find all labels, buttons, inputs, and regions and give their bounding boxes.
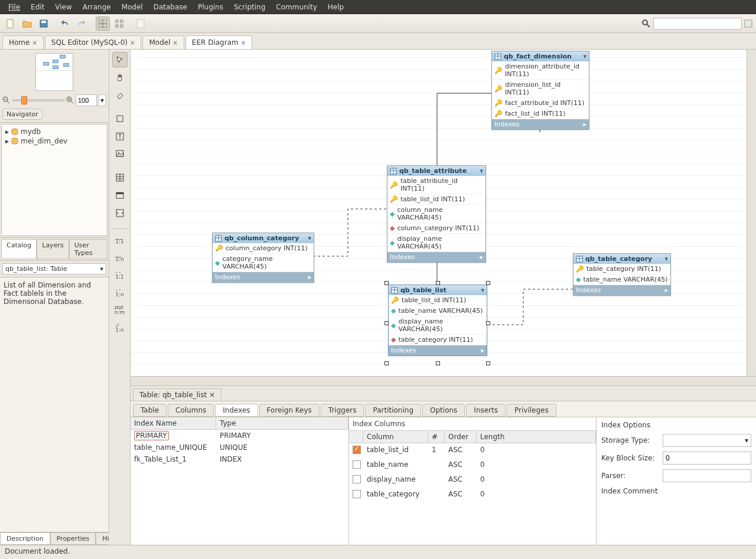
catalog-tree[interactable]: ▸mydb ▸mei_dim_dev xyxy=(1,124,107,236)
menu-view[interactable]: View xyxy=(50,2,76,12)
menu-scripting[interactable]: Scripting xyxy=(229,2,270,12)
sub-tab-triggers[interactable]: Triggers xyxy=(321,404,364,417)
col-header-length[interactable]: Length xyxy=(477,431,596,443)
open-file-icon[interactable] xyxy=(20,17,34,31)
index-row-primary[interactable]: PRIMARY PRIMARY xyxy=(131,430,348,442)
image-tool-icon[interactable] xyxy=(112,146,128,162)
erd-table-qb-fact-dimension[interactable]: qb_fact_dimension▾ 🔑dimension_attribute_… xyxy=(491,51,589,130)
sub-tab-privileges[interactable]: Privileges xyxy=(507,404,556,417)
view-tool-icon[interactable] xyxy=(112,188,128,203)
menu-community[interactable]: Community xyxy=(271,2,321,12)
storage-type-select[interactable]: ▾ xyxy=(663,434,751,447)
menu-database[interactable]: Database xyxy=(149,2,192,12)
search-options-icon[interactable] xyxy=(744,19,752,28)
zoom-dropdown-icon[interactable]: ▾ xyxy=(98,94,106,106)
tree-item-mydb[interactable]: ▸mydb xyxy=(4,127,105,136)
rel-11-tool-icon[interactable]: ⎯⎯1:1 xyxy=(112,231,128,247)
idx-col-row[interactable]: table_list_id 1 ASC 0 xyxy=(349,443,596,458)
layer-tool-icon[interactable] xyxy=(112,111,128,126)
object-selector[interactable]: qb_table_list: Table▾ xyxy=(2,263,106,274)
close-icon[interactable]: × xyxy=(172,40,177,46)
col-header-num[interactable]: # xyxy=(428,431,445,443)
idx-col-row[interactable]: table_category ASC 0 xyxy=(349,488,596,502)
resize-handle[interactable] xyxy=(486,281,490,285)
resize-handle[interactable] xyxy=(384,281,389,285)
zoom-out-icon[interactable] xyxy=(2,96,11,104)
tab-sql-editor[interactable]: SQL Editor (MySQL-0)× xyxy=(45,35,142,49)
idx-col-row[interactable]: table_name ASC 0 xyxy=(349,458,596,473)
pointer-tool-icon[interactable] xyxy=(112,52,128,67)
idx-col-row[interactable]: display_name ASC 0 xyxy=(349,473,596,488)
tree-item-mei-dim-dev[interactable]: ▸mei_dim_dev xyxy=(4,136,105,146)
table-tool-icon[interactable] xyxy=(112,170,128,185)
desc-tab-description[interactable]: Description xyxy=(0,532,50,545)
zoom-input[interactable] xyxy=(76,94,97,106)
checkbox[interactable] xyxy=(353,446,361,454)
checkbox[interactable] xyxy=(353,490,361,498)
sub-tab-table[interactable]: Table xyxy=(133,404,167,417)
sub-tab-partitioning[interactable]: Partitioning xyxy=(365,404,421,417)
rel-11-id-tool-icon[interactable]: - -1:1 xyxy=(112,267,128,282)
col-header-order[interactable]: Order xyxy=(445,431,477,443)
horizontal-scrollbar[interactable] xyxy=(131,376,756,385)
close-icon[interactable]: × xyxy=(130,40,135,46)
close-icon[interactable]: × xyxy=(32,40,37,46)
rel-1n-tool-icon[interactable]: ⎯⎯1:n xyxy=(112,249,128,264)
grid-toggle-icon[interactable] xyxy=(96,17,110,31)
resize-handle[interactable] xyxy=(436,361,440,365)
index-row-table-name-unique[interactable]: table_name_UNIQUE UNIQUE xyxy=(131,442,348,453)
erd-table-qb-column-category[interactable]: qb_column_category▾ 🔑column_category INT… xyxy=(212,233,314,283)
save-file-icon[interactable] xyxy=(37,17,51,31)
menu-plugins[interactable]: Plugins xyxy=(193,2,228,12)
sub-tab-options[interactable]: Options xyxy=(422,404,465,417)
menu-edit[interactable]: Edit xyxy=(26,2,49,12)
close-icon[interactable]: × xyxy=(241,40,246,46)
col-header-index-type[interactable]: Type xyxy=(216,417,348,429)
resize-handle[interactable] xyxy=(436,281,440,285)
checkbox[interactable] xyxy=(353,460,361,469)
resize-handle[interactable] xyxy=(384,361,389,365)
hand-tool-icon[interactable] xyxy=(112,70,128,85)
vertical-scrollbar[interactable] xyxy=(747,50,756,376)
side-tab-layers[interactable]: Layers xyxy=(37,239,69,259)
menu-file[interactable]: File xyxy=(4,2,25,12)
page-icon[interactable] xyxy=(133,17,148,31)
align-grid-icon[interactable] xyxy=(112,17,126,31)
resize-handle[interactable] xyxy=(486,321,490,325)
tab-home[interactable]: Home× xyxy=(2,35,44,49)
sub-tab-columns[interactable]: Columns xyxy=(168,404,214,417)
parser-input[interactable] xyxy=(663,469,751,482)
search-input[interactable] xyxy=(653,18,742,30)
close-icon[interactable]: × xyxy=(209,391,215,399)
sub-tab-indexes[interactable]: Indexes xyxy=(215,404,258,417)
new-file-icon[interactable] xyxy=(4,17,18,31)
routine-tool-icon[interactable] xyxy=(112,205,128,221)
sub-tab-inserts[interactable]: Inserts xyxy=(466,404,506,417)
erd-canvas[interactable]: qb_fact_dimension▾ 🔑dimension_attribute_… xyxy=(131,50,747,376)
tab-eer-diagram[interactable]: EER Diagram× xyxy=(185,35,252,49)
rel-1n-id-tool-icon[interactable]: - -1:n xyxy=(112,285,128,300)
col-header-column[interactable]: Column xyxy=(363,431,428,443)
resize-handle[interactable] xyxy=(486,361,490,365)
menu-help[interactable]: Help xyxy=(323,2,348,12)
menu-arrange[interactable]: Arrange xyxy=(78,2,116,12)
tab-model[interactable]: Model× xyxy=(142,35,184,49)
desc-tab-properties[interactable]: Properties xyxy=(50,532,96,545)
rel-existing-tool-icon[interactable]: ⤢1:n xyxy=(112,320,128,335)
index-list[interactable]: Index Name Type PRIMARY PRIMARY table_na… xyxy=(131,417,349,545)
side-tab-catalog[interactable]: Catalog xyxy=(1,239,37,259)
index-row-fk-table-list-1[interactable]: fk_Table_List_1 INDEX xyxy=(131,453,348,465)
text-tool-icon[interactable]: T xyxy=(112,129,128,144)
zoom-slider[interactable] xyxy=(12,99,65,102)
eraser-tool-icon[interactable] xyxy=(112,87,128,103)
erd-table-qb-table-category[interactable]: qb_table_category▾ 🔑table_category INT(1… xyxy=(573,253,671,296)
rel-nm-tool-icon[interactable]: ⇄⇄n:m xyxy=(112,302,128,318)
redo-icon[interactable] xyxy=(74,17,89,31)
editor-tab-table[interactable]: Table: qb_table_list× xyxy=(133,388,221,401)
sub-tab-foreign-keys[interactable]: Foreign Keys xyxy=(259,404,320,417)
col-header-index-name[interactable]: Index Name xyxy=(131,417,216,429)
key-block-input[interactable] xyxy=(663,452,751,465)
navigator-thumbnail[interactable] xyxy=(35,53,73,91)
erd-table-qb-table-list[interactable]: qb_table_list▾ 🔑table_list_id INT(11) ◆t… xyxy=(388,285,487,356)
zoom-in-icon[interactable] xyxy=(66,96,74,104)
